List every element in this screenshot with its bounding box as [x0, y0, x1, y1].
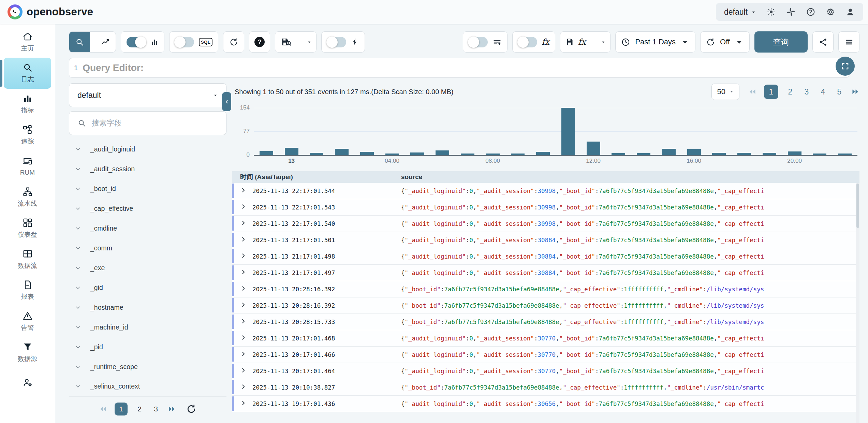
scrollbar-thumb[interactable]	[856, 184, 859, 228]
stream-selector[interactable]: default	[69, 83, 226, 107]
slack-button[interactable]	[786, 7, 796, 17]
last-page-icon[interactable]	[851, 88, 859, 96]
expand-row-button[interactable]	[240, 383, 252, 391]
page-button-2[interactable]: 2	[786, 87, 795, 97]
sidebar-item-dashboards[interactable]: 仪表盘	[4, 213, 51, 244]
table-row[interactable]: 2025-11-13 20:28:16.392{"_boot_id":7a6fb…	[232, 297, 859, 314]
syntax-help-button[interactable]: ?	[249, 31, 270, 53]
saved-search-button[interactable]	[275, 32, 297, 52]
page-button-5[interactable]: 5	[835, 87, 844, 97]
table-row[interactable]: 2025-11-13 22:17:01.544{"_audit_loginuid…	[232, 183, 859, 199]
field-item[interactable]: _audit_session	[69, 159, 226, 179]
sidebar-item-traces[interactable]: 追踪	[4, 120, 51, 151]
field-item[interactable]: _gid	[69, 278, 226, 297]
field-item[interactable]: _selinux_context	[69, 377, 226, 396]
expand-row-button[interactable]	[240, 269, 252, 277]
settings-button[interactable]	[826, 7, 835, 17]
account-button[interactable]	[845, 7, 855, 17]
table-row[interactable]: 2025-11-13 20:28:16.392{"_boot_id":7a6fb…	[232, 281, 859, 297]
metrics-mode-button[interactable]	[95, 32, 116, 52]
histogram-toggle[interactable]	[127, 37, 146, 47]
field-item[interactable]: _exe	[69, 258, 226, 278]
sidebar-item-streams[interactable]: 数据流	[4, 244, 51, 275]
field-search-input[interactable]	[92, 119, 218, 128]
field-item[interactable]: _cap_effective	[69, 199, 226, 218]
sidebar-item-metrics[interactable]: 指标	[4, 89, 51, 120]
page-button-1[interactable]: 1	[764, 85, 778, 99]
page-button-1[interactable]: 1	[115, 403, 128, 415]
field-item[interactable]: _audit_loginuid	[69, 139, 226, 159]
field-item[interactable]: _machine_id	[69, 317, 226, 337]
refresh-fields-icon[interactable]	[186, 404, 196, 414]
table-row[interactable]: 2025-11-13 20:28:15.733{"_boot_id":7a6fb…	[232, 314, 859, 330]
sidebar-item-home[interactable]: 主页	[4, 27, 51, 58]
table-row[interactable]: 2025-11-13 20:17:01.468{"_audit_loginuid…	[232, 330, 859, 347]
page-button-4[interactable]: 4	[819, 87, 827, 97]
sidebar-item-reports[interactable]: 报表	[4, 275, 51, 306]
expand-editor-button[interactable]	[836, 57, 855, 76]
more-menu-button[interactable]	[838, 31, 859, 53]
collapse-fields-button[interactable]	[222, 92, 231, 111]
expand-row-button[interactable]	[240, 400, 252, 408]
table-row[interactable]: 2025-11-13 22:17:01.543{"_audit_loginuid…	[232, 199, 859, 216]
expand-row-button[interactable]	[240, 220, 252, 228]
reset-query-button[interactable]	[223, 31, 244, 53]
field-item[interactable]: _pid	[69, 337, 226, 357]
wrap-lines-toggle[interactable]	[469, 37, 488, 47]
help-button[interactable]	[806, 7, 815, 17]
expand-row-button[interactable]	[240, 252, 252, 260]
expand-row-button[interactable]	[240, 187, 252, 195]
field-item[interactable]: _runtime_scope	[69, 357, 226, 377]
saved-function-menu-button[interactable]	[596, 32, 610, 52]
expand-row-button[interactable]	[240, 334, 252, 342]
saved-function-button[interactable]: fx	[560, 32, 591, 52]
table-row[interactable]: 2025-11-13 21:17:01.498{"_audit_loginuid…	[232, 248, 859, 265]
sidebar-item-logs[interactable]: 日志	[4, 58, 51, 89]
time-range-picker[interactable]: Past 1 Days	[615, 31, 695, 53]
page-button-2[interactable]: 2	[135, 405, 144, 413]
share-button[interactable]	[812, 31, 834, 53]
search-mode-button[interactable]	[69, 32, 90, 52]
sidebar-item-pipelines[interactable]: 流水线	[4, 182, 51, 213]
table-row[interactable]: 2025-11-13 20:17:01.466{"_audit_loginuid…	[232, 347, 859, 363]
run-query-button[interactable]: 查询	[754, 31, 808, 53]
field-item[interactable]: _cmdline	[69, 218, 226, 238]
auto-refresh-picker[interactable]: Off	[700, 31, 750, 53]
page-button-3[interactable]: 3	[151, 405, 160, 413]
sql-mode-toggle[interactable]	[175, 37, 194, 47]
expand-row-button[interactable]	[240, 285, 252, 293]
org-selector[interactable]: default	[724, 8, 756, 17]
expand-row-button[interactable]	[240, 302, 252, 309]
saved-search-menu-button[interactable]	[302, 32, 316, 52]
first-page-icon[interactable]	[748, 88, 756, 96]
event-timestamp: 2025-11-13 22:17:01.544	[252, 188, 401, 194]
expand-row-button[interactable]	[240, 203, 252, 211]
last-page-icon[interactable]	[168, 405, 176, 413]
field-item[interactable]: _hostname	[69, 297, 226, 317]
table-row[interactable]: 2025-11-13 20:10:38.827{"_boot_id":7a6fb…	[232, 379, 859, 396]
field-item[interactable]: _boot_id	[69, 179, 226, 199]
table-row[interactable]: 2025-11-13 22:17:01.540{"_audit_loginuid…	[232, 216, 859, 232]
table-row[interactable]: 2025-11-13 21:17:01.497{"_audit_loginuid…	[232, 265, 859, 281]
expand-row-button[interactable]	[240, 351, 252, 359]
expand-row-button[interactable]	[240, 318, 252, 326]
sidebar-item-datasources[interactable]: 数据源	[4, 337, 51, 368]
table-row[interactable]: 2025-11-13 19:17:01.436{"_audit_loginuid…	[232, 396, 859, 412]
table-row[interactable]: 2025-11-13 20:17:01.464{"_audit_loginuid…	[232, 363, 859, 379]
theme-toggle-button[interactable]	[766, 7, 776, 17]
query-editor[interactable]: 1 Query Editor:	[69, 58, 849, 78]
expand-row-button[interactable]	[240, 236, 252, 244]
table-scrollbar[interactable]	[856, 183, 859, 423]
sidebar-item-rum[interactable]: RUM	[4, 151, 51, 182]
function-toggle[interactable]	[518, 37, 537, 47]
field-item[interactable]: _comm	[69, 238, 226, 258]
page-button-3[interactable]: 3	[802, 87, 811, 97]
quick-mode-toggle[interactable]	[327, 37, 346, 47]
table-row[interactable]: 2025-11-13 21:17:01.501{"_audit_loginuid…	[232, 232, 859, 248]
expand-row-button[interactable]	[240, 367, 252, 375]
sidebar-item-alerts[interactable]: 告警	[4, 306, 51, 337]
page-size-selector[interactable]: 50	[711, 84, 739, 100]
first-page-icon[interactable]	[99, 405, 107, 413]
sidebar-item-iam[interactable]	[4, 368, 51, 399]
events-histogram[interactable]: 154 77 0 1304:0008:0012:0016:0020:00	[232, 103, 859, 170]
